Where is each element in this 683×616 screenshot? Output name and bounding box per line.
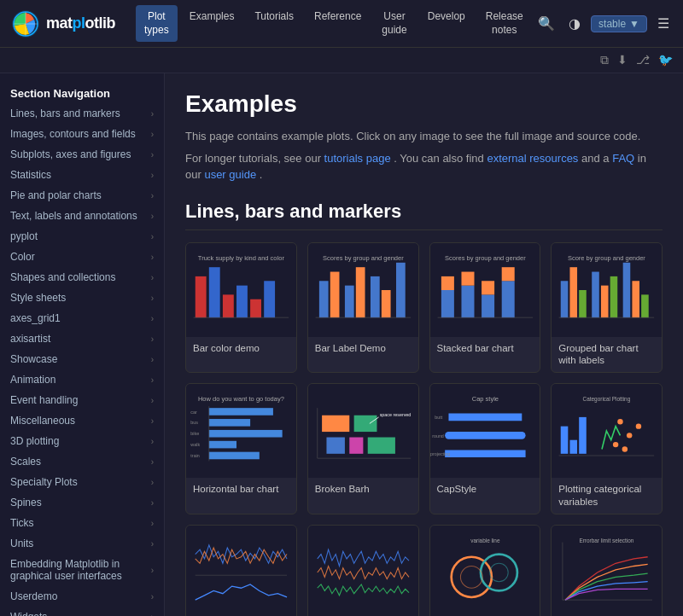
gallery-card-errorbar[interactable]: Errorbar limit selection Errorbar limit … xyxy=(551,525,663,616)
gallery-card-coherence[interactable]: Plotting the coherence of two signals xyxy=(185,525,297,616)
sidebar-item-pie[interactable]: Pie and polar charts › xyxy=(0,185,164,206)
intro2-pre: For longer tutorials, see our xyxy=(185,152,324,165)
nav-develop[interactable]: Develop xyxy=(419,5,474,42)
tutorials-page-link[interactable]: tutorials page xyxy=(324,152,391,165)
chevron-icon: › xyxy=(151,191,154,200)
sidebar-item-stylesheets[interactable]: Style sheets › xyxy=(0,288,164,308)
gallery-card-bar-color[interactable]: Truck supply by kind and color Bar color… xyxy=(185,242,297,374)
logo[interactable]: matplotlib xyxy=(10,9,115,39)
nav-user-guide[interactable]: Userguide xyxy=(373,5,415,42)
faq-link[interactable]: FAQ xyxy=(612,152,634,165)
sidebar-label: axes_grid1 xyxy=(10,312,61,324)
svg-rect-61 xyxy=(353,416,377,432)
gallery-card-csd[interactable]: CSD Demo xyxy=(307,525,419,616)
sidebar-item-lines-bars[interactable]: Lines, bars and markers › xyxy=(0,103,164,124)
sidebar-label: Event handling xyxy=(10,394,78,406)
chevron-icon: › xyxy=(151,416,154,426)
categorical-chart: Categorical Plotting xyxy=(552,384,662,478)
sidebar-item-statistics[interactable]: Statistics › xyxy=(0,165,164,185)
version-badge[interactable]: stable ▼ xyxy=(591,15,647,32)
svg-text:bike: bike xyxy=(190,432,199,437)
nav-tutorials[interactable]: Tutorials xyxy=(246,5,302,42)
svg-rect-36 xyxy=(561,281,569,317)
card-image-categorical: Categorical Plotting xyxy=(552,384,662,478)
sidebar-label: Lines, bars and markers xyxy=(10,108,120,119)
top-nav: matplotlib Plottypes Examples Tutorials … xyxy=(0,0,683,48)
sidebar-item-animation[interactable]: Animation › xyxy=(0,369,164,390)
svg-rect-26 xyxy=(441,276,453,289)
sidebar-item-axisartist[interactable]: axisartist › xyxy=(0,328,164,349)
twitter-icon[interactable]: 🐦 xyxy=(658,53,673,67)
gallery-card-capstyle[interactable]: Cap style butt round projecting CapStyle xyxy=(429,383,541,514)
sidebar-item-subplots[interactable]: Subplots, axes and figures › xyxy=(0,144,164,165)
chevron-icon: › xyxy=(151,613,154,617)
svg-text:Categorical Plotting: Categorical Plotting xyxy=(583,396,631,403)
user-guide-link[interactable]: user guide xyxy=(204,168,256,181)
gallery-card-categorical[interactable]: Categorical Plotting xyxy=(551,383,663,514)
sidebar-label: Pie and polar charts xyxy=(10,189,102,201)
sidebar-item-color[interactable]: Color › xyxy=(0,247,164,267)
binder-icon[interactable]: ⧉ xyxy=(600,53,609,67)
sidebar-item-miscellaneous[interactable]: Miscellaneous › xyxy=(0,410,164,431)
matplotlib-logo-icon xyxy=(10,9,41,39)
github-icon[interactable]: ⎇ xyxy=(636,53,650,67)
gallery-card-horizontal-bar[interactable]: How do you want to go today? car bus bik… xyxy=(185,383,297,514)
theme-toggle-button[interactable]: ◑ xyxy=(565,12,584,35)
nav-release-notes[interactable]: Releasenotes xyxy=(477,5,532,42)
section-title-lines: Lines, bars and markers xyxy=(185,200,663,230)
sidebar-item-axes-grid1[interactable]: axes_grid1 › xyxy=(0,308,164,328)
intro2-mid2: and a xyxy=(581,152,612,165)
intro2-mid: . You can also find xyxy=(394,152,487,165)
external-resources-link[interactable]: external resources xyxy=(487,152,578,165)
sidebar-label: Specialty Plots xyxy=(10,476,78,488)
svg-point-82 xyxy=(618,419,623,424)
nav-reference[interactable]: Reference xyxy=(306,5,370,42)
sidebar-item-widgets[interactable]: Widgets › xyxy=(0,607,164,616)
svg-rect-41 xyxy=(610,276,618,317)
sidebar-item-event-handling[interactable]: Event handling › xyxy=(0,390,164,410)
search-button[interactable]: 🔍 xyxy=(534,12,558,35)
sidebar-item-pyplot[interactable]: pyplot › xyxy=(0,226,164,247)
sidebar-item-spines[interactable]: Spines › xyxy=(0,492,164,513)
sidebar-item-scales[interactable]: Scales › xyxy=(0,451,164,472)
sidebar-label: Statistics xyxy=(10,169,51,181)
menu-button[interactable]: ☰ xyxy=(654,12,673,35)
chevron-icon: › xyxy=(151,232,154,241)
card-label-grouped-bar: Grouped bar chart with labels xyxy=(552,337,662,373)
sidebar-item-units[interactable]: Units › xyxy=(0,533,164,554)
gallery-card-bar-label[interactable]: Scores by group and gender Bar Label Dem… xyxy=(307,242,419,374)
svg-text:space reserved: space reserved xyxy=(379,412,411,417)
chevron-icon: › xyxy=(151,566,154,575)
nav-icons: 🔍 ◑ stable ▼ ☰ xyxy=(534,12,673,35)
svg-rect-64 xyxy=(367,438,394,454)
csd-chart xyxy=(308,526,418,616)
logo-text: matplotlib xyxy=(46,15,115,32)
sidebar-item-shapes[interactable]: Shapes and collections › xyxy=(0,267,164,288)
svg-text:Errorbar limit selection: Errorbar limit selection xyxy=(580,538,634,543)
sidebar-item-userdemo[interactable]: Userdemo › xyxy=(0,586,164,607)
sidebar-item-images[interactable]: Images, contours and fields › xyxy=(0,124,164,144)
nav-examples[interactable]: Examples xyxy=(181,5,243,42)
nav-plot-types[interactable]: Plottypes xyxy=(136,5,178,42)
sidebar-item-3d-plotting[interactable]: 3D plotting › xyxy=(0,431,164,451)
svg-rect-60 xyxy=(322,416,349,432)
gallery-card-broken-barh[interactable]: space reserved Broken Barh xyxy=(307,383,419,514)
sidebar-item-specialty-plots[interactable]: Specialty Plots › xyxy=(0,472,164,492)
svg-point-83 xyxy=(627,433,632,439)
download-icon[interactable]: ⬇ xyxy=(617,53,628,67)
sidebar-item-text[interactable]: Text, labels and annotations › xyxy=(0,206,164,226)
content-area: Examples This page contains example plot… xyxy=(165,73,683,616)
svg-rect-25 xyxy=(441,290,453,317)
svg-rect-63 xyxy=(349,438,363,454)
card-image-bar-label: Scores by group and gender xyxy=(308,243,418,337)
gallery-card-grouped-bar[interactable]: Score by group and gender Grouped bar ch… xyxy=(551,242,663,374)
sidebar-item-ticks[interactable]: Ticks › xyxy=(0,513,164,533)
sidebar-item-embedding[interactable]: Embedding Matplotlib in graphical user i… xyxy=(0,554,164,586)
card-image-grouped-bar: Score by group and gender xyxy=(552,243,662,337)
gallery-card-stacked-bar[interactable]: Scores by group and gender xyxy=(429,242,541,374)
gallery-grid: Truck supply by kind and color Bar color… xyxy=(185,242,663,617)
sidebar-item-showcase[interactable]: Showcase › xyxy=(0,349,164,369)
chevron-icon: › xyxy=(151,212,154,221)
nav-links: Plottypes Examples Tutorials Reference U… xyxy=(136,5,534,42)
gallery-card-error-band[interactable]: variable line Curve with error band xyxy=(429,525,541,616)
